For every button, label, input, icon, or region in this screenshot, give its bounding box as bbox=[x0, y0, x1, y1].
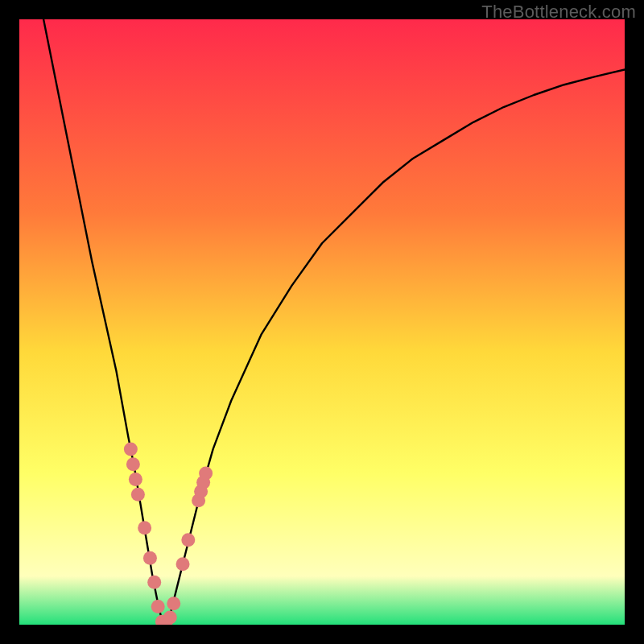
curve-marker bbox=[167, 597, 180, 610]
curve-markers bbox=[124, 442, 213, 625]
curve-marker bbox=[199, 467, 213, 481]
curve-marker bbox=[176, 557, 190, 571]
curve-marker bbox=[126, 457, 140, 471]
curve-marker bbox=[138, 521, 151, 535]
plot-area bbox=[19, 19, 625, 625]
curve-marker bbox=[151, 600, 165, 613]
curve-marker bbox=[131, 488, 145, 502]
curve-marker bbox=[181, 533, 195, 547]
curve-marker bbox=[143, 551, 157, 565]
bottleneck-curve bbox=[43, 19, 625, 625]
curve-marker bbox=[147, 576, 161, 589]
curve-layer bbox=[19, 19, 625, 625]
curve-marker bbox=[124, 442, 138, 456]
curve-marker bbox=[163, 610, 177, 624]
chart-frame: TheBottleneck.com bbox=[0, 0, 644, 644]
curve-marker bbox=[129, 473, 142, 486]
watermark-text: TheBottleneck.com bbox=[481, 2, 636, 23]
